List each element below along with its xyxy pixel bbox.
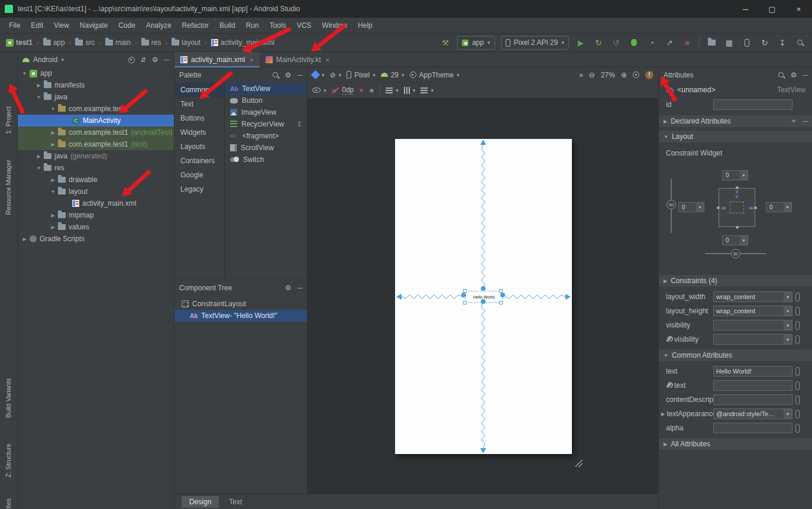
tree-item-activity-main-xml[interactable]: activity_main.xml (18, 197, 174, 209)
overflow-menu-icon[interactable]: » (579, 71, 583, 79)
palette-category-text[interactable]: Text (174, 97, 224, 111)
download-icon[interactable]: ↧ (297, 121, 302, 128)
apply-code-changes-icon[interactable]: ↺ (610, 37, 622, 48)
pick-resource-button[interactable] (795, 410, 800, 419)
tab-text[interactable]: Text (221, 496, 250, 508)
toolwindow-project[interactable]: 1: Project (5, 106, 12, 134)
align-menu[interactable]: ▾ (404, 87, 416, 94)
section-declared-attributes[interactable]: ▶ Declared Attributes +─ (659, 115, 812, 128)
pick-resource-button[interactable] (795, 367, 800, 376)
tree-item-package[interactable]: ▼com.example.test1 (18, 103, 174, 115)
palette-item-recyclerview[interactable]: RecyclerView↧ (225, 118, 307, 130)
menu-analyze[interactable]: Analyze (141, 18, 177, 34)
attach-debugger-icon[interactable]: ↗ (664, 37, 675, 48)
clear-constraints-button[interactable]: × (359, 86, 363, 95)
hide-panel-icon[interactable]: ─ (297, 71, 302, 79)
constraint-anchor-left[interactable] (461, 293, 466, 297)
locate-file-icon[interactable] (128, 57, 135, 63)
search-icon[interactable] (778, 72, 785, 79)
orientation-select[interactable]: ⊘▾ (330, 71, 342, 79)
anchor-bottom[interactable] (736, 226, 739, 229)
view-options-select[interactable]: ▾ (312, 87, 326, 93)
resize-handle[interactable] (463, 301, 467, 304)
palette-item-scrollview[interactable]: ScrollView (225, 142, 307, 154)
pick-resource-button[interactable] (795, 321, 800, 330)
tree-item-drawable[interactable]: ▶drawable (18, 174, 174, 186)
layout-width-select[interactable]: wrap_content▾ (713, 291, 792, 302)
menu-build[interactable]: Build (214, 18, 241, 34)
tree-item-mipmap[interactable]: ▶mipmap (18, 209, 174, 221)
apply-changes-icon[interactable]: ↻ (593, 37, 604, 48)
menu-navigate[interactable]: Navigate (75, 18, 113, 34)
palette-category-buttons[interactable]: Buttons (174, 111, 224, 125)
toolwindow-structure[interactable]: Z: Structure (5, 443, 12, 477)
collapse-all-icon[interactable]: ⇵ (141, 56, 146, 64)
device-select[interactable]: Pixel 2 API 29▾ (501, 36, 569, 50)
autoconnect-toggle[interactable]: ∩ (332, 86, 337, 95)
visibility-select[interactable]: ▾ (713, 320, 792, 330)
content-description-input[interactable] (713, 394, 792, 405)
toolwindow-favorites[interactable]: 2: Favorites (5, 498, 12, 509)
text-appearance-select[interactable]: @android:style/Te...▾ (713, 409, 792, 419)
palette-item-button[interactable]: Button (225, 95, 307, 106)
tools-text-input[interactable] (713, 380, 792, 391)
device-in-editor-select[interactable]: Pixel▾ (347, 71, 376, 79)
tab-activity-main-xml[interactable]: activity_main.xml× (174, 52, 260, 67)
vertical-bias-knob[interactable]: 50 (667, 200, 676, 209)
menu-edit[interactable]: Edit (25, 18, 48, 34)
margin-bottom-select[interactable]: 0▾ (722, 235, 748, 245)
resize-handle[interactable] (499, 301, 503, 304)
menu-refactor[interactable]: Refactor (177, 18, 214, 34)
tree-item-package-test[interactable]: ▶com.example.test1(test) (18, 138, 174, 150)
run-configuration-select[interactable]: app▾ (457, 36, 495, 50)
gear-icon[interactable]: ⚙ (791, 71, 797, 79)
tree-item-mainactivity[interactable]: MainActivity (18, 115, 174, 127)
menu-file[interactable]: File (4, 18, 25, 34)
section-common-attributes[interactable]: ▼ Common Attributes (659, 349, 812, 362)
menu-run[interactable]: Run (241, 18, 264, 34)
section-constraints[interactable]: ▶ Constraints (4) (659, 274, 812, 287)
tab-mainactivity-kt[interactable]: MainActivity.kt× (260, 52, 335, 67)
tree-item-layout[interactable]: ▼layout (18, 186, 174, 197)
menu-view[interactable]: View (48, 18, 75, 34)
tab-design[interactable]: Design (182, 496, 219, 508)
pick-resource-button[interactable] (795, 335, 800, 344)
tree-item-gradle-scripts[interactable]: ▶Gradle Scripts (18, 233, 174, 245)
layout-inspector-icon[interactable]: ▦ (723, 37, 735, 48)
gear-icon[interactable]: ⚙ (285, 284, 292, 292)
search-icon[interactable] (272, 72, 279, 79)
anchor-top[interactable] (736, 186, 739, 189)
alpha-input[interactable] (713, 423, 792, 433)
section-all-attributes[interactable]: ▶ All Attributes (659, 437, 812, 450)
sdk-manager-icon[interactable]: ↧ (777, 37, 788, 48)
infer-constraints-button[interactable]: ∗ (368, 86, 374, 95)
tree-item-java-generated[interactable]: ▶java(generated) (18, 150, 174, 162)
breadcrumb-activity-main-xml[interactable]: activity_main.xml (211, 38, 274, 47)
palette-item-fragment[interactable]: <fragment> (225, 130, 307, 142)
text-input[interactable] (713, 366, 792, 377)
pick-resource-button[interactable] (795, 381, 800, 390)
palette-category-containers[interactable]: Containers (174, 154, 224, 168)
hide-panel-icon[interactable]: ─ (297, 284, 302, 292)
gradle-sync-icon[interactable]: ↻ (759, 37, 771, 48)
palette-category-layouts[interactable]: Layouts (174, 140, 224, 154)
palette-item-imageview[interactable]: ImageView (225, 106, 307, 118)
breadcrumb-app[interactable]: app (43, 38, 65, 47)
pick-resource-button[interactable] (795, 293, 800, 301)
breadcrumb-res[interactable]: res (141, 38, 161, 47)
default-margin-select[interactable]: 0dp (342, 86, 354, 95)
constraint-anchor-right[interactable] (500, 293, 505, 297)
search-everywhere-button[interactable] (794, 37, 806, 48)
toolwindow-resource-manager[interactable]: Resource Manager (5, 160, 12, 215)
tree-item-app[interactable]: ▼app (18, 67, 174, 79)
guidelines-menu[interactable]: ▾ (386, 87, 399, 93)
api-version-select[interactable]: 29▾ (381, 71, 405, 79)
add-attribute-button[interactable]: + (791, 117, 795, 125)
stop-button[interactable]: ■ (681, 37, 693, 48)
zoom-in-button[interactable]: ⊕ (621, 71, 627, 79)
menu-vcs[interactable]: VCS (292, 18, 317, 34)
gear-icon[interactable]: ⚙ (152, 56, 158, 64)
tree-item-res[interactable]: ▼res (18, 162, 174, 174)
palette-category-widgets[interactable]: Widgets (174, 125, 224, 140)
menu-help[interactable]: Help (352, 18, 378, 34)
